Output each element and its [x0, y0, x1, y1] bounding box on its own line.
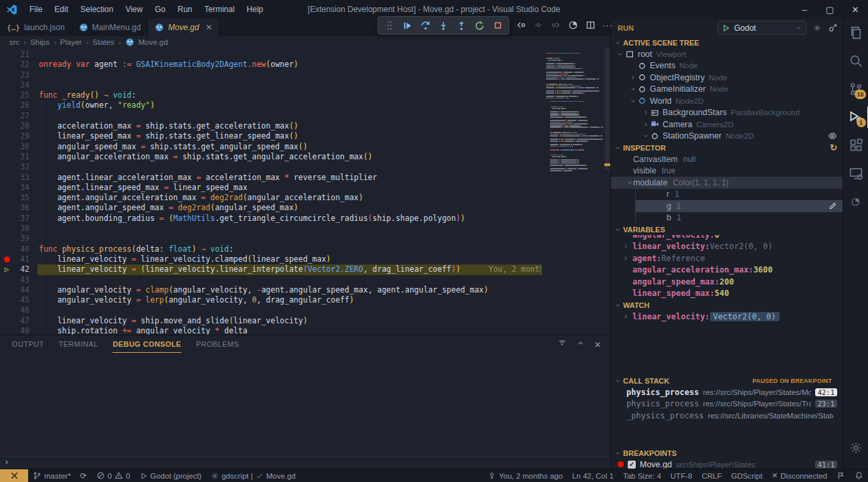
activity-remote-explorer[interactable] — [843, 159, 868, 187]
call-stack-frame[interactable]: _physics_processres://src/Libraries/Stat… — [611, 410, 843, 422]
status-eol[interactable]: CRLF — [697, 469, 726, 482]
editor-scrollbar[interactable] — [604, 48, 610, 335]
code-line[interactable]: 28 acceleration_max = ship.stats.get_acc… — [0, 121, 610, 131]
step-into-button[interactable] — [435, 17, 452, 33]
code-line[interactable]: 27 — [0, 111, 610, 121]
filter-button[interactable] — [557, 338, 567, 350]
variable-row[interactable]: angular_velocity: 0 — [611, 235, 843, 241]
split-editor-button[interactable] — [584, 18, 597, 31]
variable-row[interactable]: linear_velocity: Vector2(0, 0) — [611, 241, 843, 253]
remote-indicator[interactable] — [0, 469, 28, 482]
minimize-window-button[interactable]: – — [792, 0, 817, 19]
code-line[interactable]: 26 yield(owner, "ready") — [0, 100, 610, 110]
code-line[interactable]: 45 angular_velocity = lerp(angular_veloc… — [0, 295, 610, 305]
panel-tab-terminal[interactable]: TERMINAL — [59, 335, 98, 353]
chevron-down-icon[interactable] — [642, 133, 649, 140]
breadcrumb-item[interactable]: Ships — [30, 38, 50, 46]
chevron-right-icon[interactable] — [642, 109, 649, 116]
code-line[interactable]: 46 — [0, 305, 610, 315]
code-line[interactable]: 21 — [0, 50, 610, 60]
inspector-section-header[interactable]: INSPECTOR↻ — [611, 142, 843, 153]
code-line[interactable]: 35 agent.angular_acceleration_max = deg2… — [0, 193, 610, 203]
scrollbar-thumb[interactable] — [605, 48, 610, 170]
code-line[interactable]: 24 — [0, 80, 610, 90]
code-line[interactable]: 22onready var agent := GSAIKinematicBody… — [0, 60, 610, 70]
status-sync[interactable]: ⟳ — [76, 469, 92, 482]
breakpoint-checkbox[interactable]: ✓ — [628, 461, 636, 469]
step-over-button[interactable] — [417, 17, 434, 33]
code-line[interactable]: 48 ship.rotation += angular_velocity * d… — [0, 326, 610, 335]
activity-run-and-debug[interactable]: 1 — [843, 103, 868, 131]
pencil-icon[interactable] — [829, 202, 837, 210]
tab-mainmenu.gd[interactable]: MainMenu.gd — [72, 19, 149, 36]
breadcrumb-item[interactable]: src — [9, 38, 19, 46]
menu-run[interactable]: Run — [171, 0, 198, 19]
eye-icon[interactable] — [828, 131, 837, 141]
code-line[interactable]: 39 — [0, 234, 610, 244]
panel-tab-output[interactable]: OUTPUT — [12, 335, 44, 353]
inspector-row-canvasitem[interactable]: CanvasItemnull — [611, 153, 843, 165]
menu-view[interactable]: View — [119, 0, 149, 19]
refresh-icon[interactable]: ↻ — [830, 143, 837, 153]
code-line[interactable]: 33 agent.linear_acceleration_max = accel… — [0, 173, 610, 183]
menu-help[interactable]: Help — [241, 0, 270, 19]
breakpoint-row[interactable]: ✓Move.gdsrc\Ships\Player\States41:1 — [611, 459, 843, 469]
code-line[interactable]: 36 agent.angular_speed_max = deg2rad(ang… — [0, 203, 610, 213]
tab-move.gd[interactable]: Move.gd✕ — [148, 19, 220, 36]
breakpoints-section-header[interactable]: BREAKPOINTS — [611, 447, 843, 459]
watch-expression-row[interactable]: linear_velocity: Vector2(0, 0) — [611, 311, 843, 323]
call-stack-frame[interactable]: physics_processres://src/Ships/Player/St… — [611, 398, 843, 410]
code-line[interactable]: 29 linear_speed_max = ship.stats.get_lin… — [0, 131, 610, 141]
code-line[interactable]: 40func physics_process(delta: float) → v… — [0, 244, 610, 254]
code-line[interactable]: ▷42 linear_velocity = (linear_velocity.l… — [0, 264, 610, 274]
breadcrumb-item[interactable]: States — [92, 38, 114, 46]
debug-console-open-icon[interactable] — [828, 23, 837, 33]
status-lsp-status[interactable]: ✕Disconnected — [767, 469, 832, 482]
activity-extensions[interactable] — [843, 131, 868, 159]
status-encoding[interactable]: UTF-8 — [666, 469, 697, 482]
status-indentation[interactable]: Tab Size: 4 — [618, 469, 666, 482]
tab-close-icon[interactable]: ✕ — [205, 23, 212, 32]
scene-tree-item-backgroundstars[interactable]: BackgroundStarsParallaxBackground — [611, 107, 843, 119]
tab-launch.json[interactable]: {…}launch.json — [0, 19, 72, 36]
more-actions-button[interactable]: ··· — [601, 18, 614, 31]
scene-tree-item-events[interactable]: EventsNode — [611, 60, 843, 72]
status-branch[interactable]: master* — [28, 469, 76, 482]
stop-button[interactable] — [489, 17, 506, 33]
scene-tree-item-gameinitializer[interactable]: GameInitializerNode — [611, 84, 843, 96]
launch-config-select[interactable]: Godot — [717, 21, 806, 35]
status-notifications[interactable] — [850, 469, 868, 482]
code-line[interactable]: 37 agent.bounding_radius = (MathUtils.ge… — [0, 214, 610, 224]
scene-tree-item-world[interactable]: WorldNode2D — [611, 95, 843, 107]
reverse-continue-button[interactable] — [514, 18, 527, 31]
watch-section-header[interactable]: WATCH — [611, 299, 843, 311]
code-line[interactable]: 41 linear_velocity = linear_velocity.cla… — [0, 254, 610, 264]
chevron-right-icon[interactable] — [629, 74, 636, 81]
status-cursor-position[interactable]: Ln 42, Col 1 — [568, 469, 618, 482]
code-line[interactable]: 34 agent.linear_speed_max = linear_speed… — [0, 183, 610, 193]
code-line[interactable]: 30 angular_speed_max = ship.stats.get_an… — [0, 142, 610, 152]
code-line[interactable]: 43 — [0, 275, 610, 285]
activity-settings[interactable] — [843, 434, 868, 462]
status-feedback[interactable] — [832, 469, 850, 482]
restart-button[interactable] — [471, 17, 488, 33]
status-godot-project[interactable]: Godot (project) — [135, 469, 207, 482]
close-window-button[interactable]: ✕ — [843, 0, 868, 19]
scene-tree-item-objectregistry[interactable]: ObjectRegistryNode — [611, 72, 843, 84]
menu-terminal[interactable]: Terminal — [198, 0, 240, 19]
code-line[interactable]: 23 — [0, 70, 610, 80]
variable-row[interactable]: angular_speed_max: 200 — [611, 276, 843, 288]
continue-button[interactable] — [399, 17, 416, 33]
variables-section-header[interactable]: VARIABLES — [611, 224, 843, 235]
chevron-down-icon[interactable] — [629, 97, 636, 104]
chevron-down-icon[interactable] — [629, 86, 636, 93]
panel-tab-problems[interactable]: PROBLEMS — [196, 335, 239, 353]
chevron-right-icon[interactable] — [642, 120, 649, 128]
scene-tree-item-stationspawner[interactable]: StationSpawnerNode2D — [611, 131, 843, 143]
menu-go[interactable]: Go — [149, 0, 171, 19]
status-problems[interactable]: 00 — [92, 469, 135, 482]
inspector-row-r[interactable]: r1 — [635, 189, 843, 201]
start-debug-icon[interactable] — [722, 24, 730, 32]
code-editor[interactable]: 2122onready var agent := GSAIKinematicBo… — [0, 48, 610, 335]
code-line[interactable]: 25func _ready() → void: — [0, 90, 610, 100]
